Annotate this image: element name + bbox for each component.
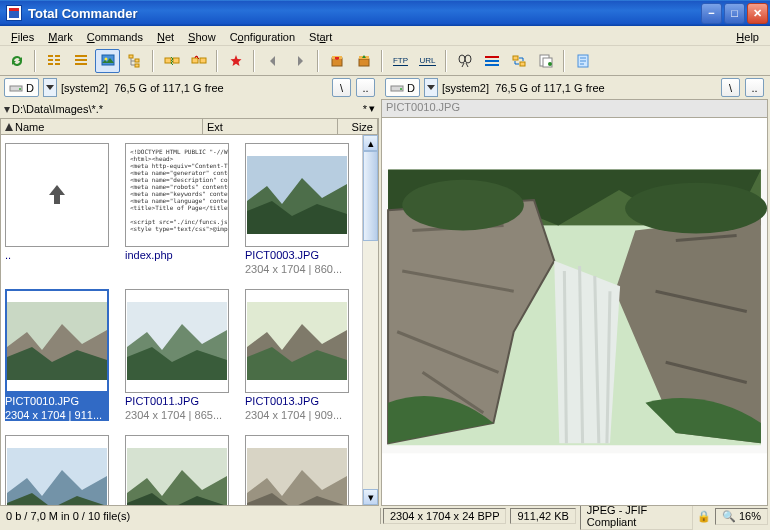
svg-rect-20 xyxy=(359,59,369,66)
zoom-icon: 🔍 xyxy=(722,510,736,522)
preview-pane[interactable] xyxy=(381,118,768,506)
pack-button[interactable] xyxy=(324,49,349,73)
left-path-text: D:\Data\Images\*.* xyxy=(12,103,361,115)
svg-rect-11 xyxy=(129,55,133,58)
history-button[interactable]: * xyxy=(363,103,367,115)
svg-point-48 xyxy=(625,183,767,234)
svg-rect-26 xyxy=(485,64,499,66)
scroll-thumb[interactable] xyxy=(363,151,378,241)
scroll-up-button[interactable]: ▴ xyxy=(363,135,378,151)
search-button[interactable] xyxy=(452,49,477,73)
thumbnail-item[interactable] xyxy=(5,435,109,506)
svg-rect-4 xyxy=(55,59,60,61)
right-drive-info: [system2] 76,5 G of 117,1 G free xyxy=(442,82,716,94)
drive-icon xyxy=(390,81,404,95)
svg-rect-13 xyxy=(135,64,139,67)
status-right: 2304 x 1704 x 24 BPP 911,42 KB JPEG - JF… xyxy=(381,502,770,530)
left-drive-info: [system2] 76,5 G of 117,1 G free xyxy=(61,82,327,94)
col-ext[interactable]: Ext xyxy=(203,119,338,134)
menu-start[interactable]: Start xyxy=(302,29,339,45)
thumbnail-name: index.php xyxy=(125,247,229,261)
svg-point-31 xyxy=(548,62,552,66)
favorites-button[interactable]: ▾ xyxy=(369,102,375,115)
refresh-button[interactable] xyxy=(4,49,29,73)
right-drive-button[interactable]: D xyxy=(385,78,420,97)
notepad-button[interactable] xyxy=(570,49,595,73)
thumbnail-item[interactable]: PICT0011.JPG2304 x 1704 | 865... xyxy=(125,289,229,421)
col-size[interactable]: Size xyxy=(338,119,378,134)
thumbnail-item[interactable]: PICT0003.JPG2304 x 1704 | 860... xyxy=(245,143,349,275)
svg-rect-7 xyxy=(75,59,87,61)
status-format: JPEG - JFIF Compliant xyxy=(580,502,693,530)
menu-net[interactable]: Net xyxy=(150,29,181,45)
menu-commands[interactable]: Commands xyxy=(80,29,150,45)
svg-rect-15 xyxy=(173,58,179,63)
forward-button[interactable] xyxy=(287,49,312,73)
left-drive-dropdown[interactable] xyxy=(43,78,57,97)
scroll-down-button[interactable]: ▾ xyxy=(363,489,378,505)
svg-rect-6 xyxy=(75,55,87,57)
left-root-button[interactable]: \ xyxy=(332,78,351,97)
invert-selection-button[interactable] xyxy=(223,49,248,73)
svg-point-43 xyxy=(400,88,402,90)
right-parent-button[interactable]: .. xyxy=(745,78,764,97)
multi-rename-button[interactable] xyxy=(479,49,504,73)
view-thumbnails-button[interactable] xyxy=(95,49,120,73)
view-full-button[interactable] xyxy=(68,49,93,73)
thumbnail-box xyxy=(245,143,349,247)
svg-rect-0 xyxy=(48,55,53,57)
thumbnail-meta: 2304 x 1704 | 909... xyxy=(245,407,349,421)
menu-mark[interactable]: Mark xyxy=(41,29,79,45)
view-tree-button[interactable] xyxy=(122,49,147,73)
svg-rect-2 xyxy=(48,63,53,65)
left-drive-button[interactable]: D xyxy=(4,78,39,97)
menu-show[interactable]: Show xyxy=(181,29,223,45)
col-name[interactable]: Name xyxy=(1,119,203,134)
scrollbar[interactable]: ▴ ▾ xyxy=(362,135,378,505)
left-path-bar[interactable]: ▾ D:\Data\Images\*.* * ▾ xyxy=(0,99,379,118)
svg-point-22 xyxy=(459,55,465,63)
status-size: 911,42 KB xyxy=(510,508,575,524)
copy-names-button[interactable] xyxy=(533,49,558,73)
swap-panels-button[interactable] xyxy=(186,49,211,73)
right-root-button[interactable]: \ xyxy=(721,78,740,97)
thumbnail-item[interactable]: PICT0013.JPG2304 x 1704 | 909... xyxy=(245,289,349,421)
svg-point-10 xyxy=(104,57,107,60)
sync-dirs-button[interactable] xyxy=(159,49,184,73)
thumbnail-box xyxy=(5,289,109,393)
close-button[interactable]: ✕ xyxy=(747,3,768,24)
minimize-button[interactable]: − xyxy=(701,3,722,24)
svg-rect-8 xyxy=(75,63,87,65)
menu-help[interactable]: Help xyxy=(729,29,766,45)
thumbnail-box xyxy=(245,435,349,506)
drive-icon xyxy=(9,81,23,95)
thumbnail-item[interactable]: PICT0010.JPG2304 x 1704 | 911... xyxy=(5,289,109,421)
view-brief-button[interactable] xyxy=(41,49,66,73)
left-thumbnails[interactable]: ..<!DOCTYPE HTML PUBLIC "-//W <html><hea… xyxy=(0,135,379,506)
sync-tool-button[interactable] xyxy=(506,49,531,73)
maximize-button[interactable]: □ xyxy=(724,3,745,24)
thumbnail-item[interactable]: <!DOCTYPE HTML PUBLIC "-//W <html><head>… xyxy=(125,143,229,275)
svg-rect-12 xyxy=(135,59,139,62)
svg-rect-9 xyxy=(102,55,114,65)
svg-point-34 xyxy=(19,88,21,90)
right-drive-dropdown[interactable] xyxy=(424,78,438,97)
status-zoom: 🔍 16% xyxy=(715,508,768,525)
thumbnail-box xyxy=(5,143,109,247)
left-panel: D [system2] 76,5 G of 117,1 G free \ .. … xyxy=(0,76,381,506)
menu-configuration[interactable]: Configuration xyxy=(223,29,302,45)
ftp-button[interactable]: FTP xyxy=(388,49,413,73)
thumbnail-item[interactable] xyxy=(125,435,229,506)
url-button[interactable]: URL xyxy=(415,49,440,73)
menu-files[interactable]: Files xyxy=(4,29,41,45)
back-button[interactable] xyxy=(260,49,285,73)
svg-rect-14 xyxy=(165,58,171,63)
thumbnail-item[interactable] xyxy=(245,435,349,506)
unpack-button[interactable] xyxy=(351,49,376,73)
thumbnail-name: PICT0003.JPG xyxy=(245,247,349,261)
thumbnail-name: .. xyxy=(5,247,109,261)
thumbnail-item[interactable]: .. xyxy=(5,143,109,275)
thumbnail-meta: 2304 x 1704 | 860... xyxy=(245,261,349,275)
thumbnail-name: PICT0013.JPG xyxy=(245,393,349,407)
left-parent-button[interactable]: .. xyxy=(356,78,375,97)
